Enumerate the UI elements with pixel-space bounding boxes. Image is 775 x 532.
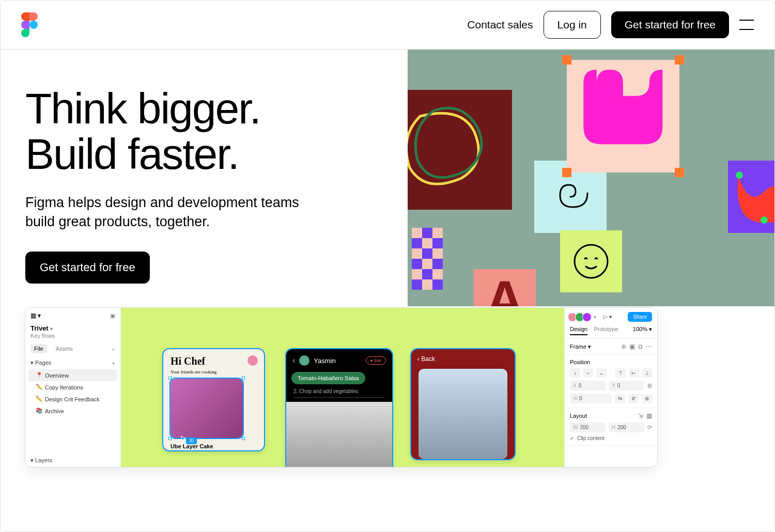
align-hcenter-icon[interactable]: ⫟ <box>583 368 594 378</box>
avatar-icon <box>247 355 258 366</box>
get-started-button[interactable]: Get started for free <box>611 11 729 38</box>
blob-card <box>408 90 512 210</box>
recipe-pill: Tomato-Habañero Salsa <box>291 372 365 384</box>
svg-point-0 <box>29 21 38 29</box>
x-field[interactable]: X0 <box>570 381 606 390</box>
tab-assets[interactable]: Assets <box>52 344 76 353</box>
collaborator-avatars[interactable] <box>570 312 592 322</box>
align-left-icon[interactable]: ⫞ <box>570 368 580 378</box>
constraints-icon[interactable]: ⊞ <box>647 382 652 389</box>
layout-label: Layout <box>570 413 587 419</box>
zoom-level[interactable]: 100% ▾ <box>633 326 652 335</box>
page-copy-iterations[interactable]: ✏️Copy Iterations <box>25 381 120 393</box>
tab-prototype[interactable]: Prototype <box>594 326 618 335</box>
smile-card <box>560 230 622 292</box>
y-field[interactable]: Y0 <box>609 381 644 390</box>
app-left-panel: ▦ ▾ ▣ Trivet ▾ Key flows File Assets ⌕ ▾… <box>25 308 121 467</box>
page-overview[interactable]: 📍Overview <box>28 369 117 381</box>
header-nav: Contact sales Log in Get started for fre… <box>467 11 754 39</box>
back-button[interactable]: ‹ Back <box>411 349 515 369</box>
frame2-name: Yasmin <box>314 357 335 365</box>
step-text: 2. Chop and add vegetables <box>293 388 385 398</box>
contact-sales-link[interactable]: Contact sales <box>467 19 533 31</box>
hero-title-line2: Build faster. <box>25 131 409 177</box>
search-icon[interactable]: ⌕ <box>112 346 115 352</box>
recipe-name: Ube Layer Cake <box>163 438 264 450</box>
selected-image[interactable]: Xi <box>171 379 243 438</box>
frame-yasmin[interactable]: ‹ Yasmin ● live Tomato-Habañero Salsa 2.… <box>286 349 392 467</box>
figma-icon[interactable]: ▦ ▾ <box>30 312 41 319</box>
cursor-label: Xi <box>186 437 197 444</box>
jester-card <box>728 161 774 233</box>
misc-icon[interactable]: ⊗ <box>642 394 652 403</box>
position-label: Position <box>570 359 652 365</box>
hero-title: Think bigger. Build faster. <box>25 86 409 177</box>
autolayout-icon[interactable]: ⇲ <box>638 412 643 419</box>
flip-h-icon[interactable]: ⇋ <box>615 394 625 403</box>
chevron-left-icon[interactable]: ‹ <box>292 356 295 365</box>
project-subtitle: Key flows <box>25 332 120 344</box>
component-icon[interactable]: ▣ <box>629 343 635 350</box>
photo-placeholder <box>419 369 507 459</box>
svg-point-2 <box>761 216 768 224</box>
video-placeholder <box>286 402 392 467</box>
tab-design[interactable]: Design <box>570 326 587 335</box>
copy-icon[interactable]: ⧉ <box>638 343 643 350</box>
more-icon[interactable]: ⋯ <box>646 343 652 350</box>
frame-dropdown[interactable]: Frame ▾ <box>570 343 591 350</box>
hero-subtitle: Figma helps design and development teams… <box>25 193 320 231</box>
frame-back[interactable]: ‹ Back <box>411 349 515 459</box>
panel-toggle-icon[interactable]: ▣ <box>110 312 115 319</box>
rotation-field[interactable]: ⟲0 <box>570 394 612 403</box>
project-name[interactable]: Trivet ▾ <box>25 323 120 332</box>
live-badge: ● live <box>366 356 386 365</box>
hero-content: Think bigger. Build faster. Figma helps … <box>1 50 409 284</box>
app-right-panel: ▾ ▷ ▾ Share Design Prototype 100% ▾ Fram… <box>564 308 657 467</box>
clip-label: Clip content <box>577 435 605 441</box>
svg-point-4 <box>575 245 608 278</box>
selected-shape-card <box>567 60 679 173</box>
app-canvas[interactable]: Hi Chef Your friends are cooking Xi Ube … <box>121 308 564 467</box>
page-design-crit[interactable]: ✏️Design Crit Feedback <box>25 393 120 405</box>
tab-file[interactable]: File <box>30 344 47 353</box>
frame-hi-chef[interactable]: Hi Chef Your friends are cooking Xi Ube … <box>163 349 264 450</box>
flip-v-icon[interactable]: ⇵ <box>628 394 639 403</box>
figma-app-preview: ▦ ▾ ▣ Trivet ▾ Key flows File Assets ⌕ ▾… <box>25 307 658 467</box>
hero-cta-button[interactable]: Get started for free <box>25 252 150 284</box>
site-header: Contact sales Log in Get started for fre… <box>1 1 774 50</box>
add-page-icon[interactable]: + <box>112 360 115 366</box>
svg-point-1 <box>736 171 743 179</box>
layers-section-header[interactable]: ▾ Layers <box>25 454 120 467</box>
lock-aspect-icon[interactable]: ⟳ <box>647 424 652 431</box>
clip-checkbox[interactable]: ✓ <box>570 435 574 441</box>
frame1-subtitle: Your friends are cooking <box>163 368 264 379</box>
figma-logo[interactable] <box>21 12 38 37</box>
pages-section-header[interactable]: ▾ Pages + <box>25 356 120 369</box>
play-icon[interactable]: ▷ ▾ <box>603 314 612 320</box>
width-field[interactable]: W200 <box>570 423 606 432</box>
checker-pattern <box>412 228 443 295</box>
align-vcenter-icon[interactable]: ⊢ <box>629 368 639 378</box>
align-bottom-icon[interactable]: ⊥ <box>642 368 653 378</box>
align-right-icon[interactable]: ⫠ <box>596 368 607 378</box>
height-field[interactable]: H200 <box>609 423 644 432</box>
letter-card: A <box>474 269 536 306</box>
hero-title-line1: Think bigger. <box>25 86 409 131</box>
align-icon[interactable]: ⊕ <box>621 343 626 350</box>
hero-section: Think bigger. Build faster. Figma helps … <box>1 50 774 284</box>
align-top-icon[interactable]: ⊤ <box>615 368 626 378</box>
grid-icon[interactable]: ▦ <box>646 412 652 419</box>
avatar-icon <box>299 355 309 366</box>
menu-icon[interactable] <box>739 20 754 30</box>
hero-graphic: A <box>408 50 774 306</box>
page-archive[interactable]: 📚Archive <box>25 405 120 417</box>
share-button[interactable]: Share <box>628 312 652 322</box>
log-in-button[interactable]: Log in <box>544 11 601 39</box>
